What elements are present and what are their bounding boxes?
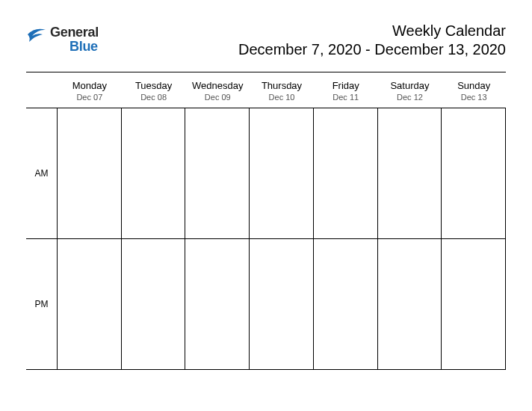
day-name: Sunday (442, 80, 506, 91)
day-header: Sunday Dec 13 (442, 77, 506, 108)
day-header: Tuesday Dec 08 (122, 77, 186, 108)
day-name: Wednesday (185, 80, 250, 91)
logo-word-blue: Blue (50, 40, 99, 54)
day-date: Dec 11 (314, 93, 378, 102)
day-column (185, 108, 250, 370)
day-column (442, 108, 506, 370)
day-header: Friday Dec 11 (314, 77, 378, 108)
calendar-slot (378, 108, 442, 239)
calendar-slot (58, 108, 121, 239)
calendar-slot (122, 108, 185, 239)
calendar-slot (250, 108, 313, 239)
day-header: Thursday Dec 10 (250, 77, 314, 108)
logo-text: General Blue (50, 25, 99, 54)
calendar-slot (314, 239, 377, 370)
day-name: Saturday (378, 80, 442, 91)
day-date: Dec 10 (250, 93, 314, 102)
calendar-slot (378, 239, 442, 370)
day-name: Tuesday (122, 80, 186, 91)
logo-swoosh-icon (26, 25, 49, 45)
header-rule (26, 72, 506, 72)
calendar-slot (185, 239, 249, 370)
page-title: Weekly Calendar (238, 22, 506, 40)
calendar-slot (185, 108, 249, 239)
day-column (58, 108, 122, 370)
calendar-slot (442, 239, 505, 370)
calendar-grid: AM PM (26, 108, 506, 370)
day-column (314, 108, 378, 370)
title-block: Weekly Calendar December 7, 2020 - Decem… (238, 22, 506, 58)
logo: General Blue (26, 22, 99, 54)
period-label-am: AM (26, 108, 57, 239)
day-date: Dec 13 (442, 93, 506, 102)
day-date: Dec 12 (378, 93, 442, 102)
day-date: Dec 07 (58, 93, 122, 102)
logo-word-general: General (50, 25, 99, 40)
calendar-slot (442, 108, 505, 239)
day-column (122, 108, 186, 370)
date-range: December 7, 2020 - December 13, 2020 (238, 41, 506, 58)
day-header: Saturday Dec 12 (378, 77, 442, 108)
day-date: Dec 09 (185, 93, 250, 102)
calendar-slot (58, 239, 121, 370)
period-header-spacer (26, 77, 58, 108)
period-labels-column: AM PM (26, 108, 58, 370)
calendar-slot (122, 239, 185, 370)
day-header: Monday Dec 07 (58, 77, 122, 108)
header: General Blue Weekly Calendar December 7,… (26, 22, 506, 58)
day-column (250, 108, 314, 370)
day-name: Thursday (250, 80, 314, 91)
period-label-pm: PM (26, 239, 57, 370)
days-grid (58, 108, 506, 370)
day-date: Dec 08 (122, 93, 186, 102)
day-column (378, 108, 442, 370)
calendar-slot (314, 108, 377, 239)
day-header: Wednesday Dec 09 (185, 77, 250, 108)
day-name: Friday (314, 80, 378, 91)
day-header-row: Monday Dec 07 Tuesday Dec 08 Wednesday D… (26, 77, 506, 108)
calendar-slot (250, 239, 313, 370)
day-name: Monday (58, 80, 122, 91)
